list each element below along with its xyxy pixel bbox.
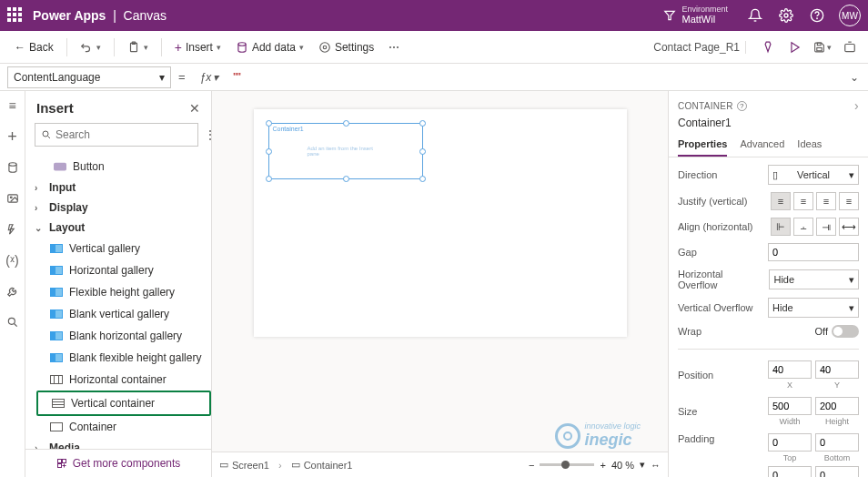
width-input[interactable] (768, 397, 812, 415)
back-button[interactable]: ← Back (9, 37, 59, 57)
preview-icon[interactable] (786, 38, 804, 56)
settings-icon[interactable] (777, 6, 795, 25)
h-overflow-select[interactable]: Hide▾ (769, 269, 859, 289)
tree-view-icon[interactable]: ≡ (5, 98, 20, 113)
wrap-toggle[interactable] (832, 325, 859, 338)
svg-rect-18 (54, 163, 66, 171)
resize-handle[interactable] (419, 176, 426, 182)
category-layout[interactable]: ⌄Layout (25, 218, 211, 238)
pos-x-input[interactable] (768, 360, 812, 379)
app-checker-icon[interactable] (759, 38, 777, 56)
tab-properties[interactable]: Properties (678, 138, 727, 157)
pad-left-input[interactable] (768, 466, 812, 477)
add-data-menu[interactable]: Add data ▾ (230, 37, 309, 57)
resize-handle[interactable] (266, 120, 272, 127)
resize-handle[interactable] (266, 148, 272, 155)
tab-advanced[interactable]: Advanced (740, 138, 784, 157)
svg-point-13 (8, 163, 15, 167)
help-icon[interactable]: ? (737, 101, 747, 111)
insert-panel: Insert ✕ ⋮ Button ›Input ›Display ⌄Layou… (25, 91, 212, 477)
justify-buttons[interactable]: ≡≡≡≡ (771, 192, 859, 210)
height-input[interactable] (815, 397, 859, 415)
item-vertical-gallery[interactable]: Vertical gallery (36, 238, 211, 259)
publish-icon[interactable] (841, 38, 859, 56)
formula-input[interactable]: "" (226, 71, 841, 84)
screen[interactable]: Container1 Add an item from the Insert p… (254, 109, 627, 337)
equals-label: = (171, 70, 193, 84)
pad-bottom-input[interactable] (815, 433, 859, 452)
svg-rect-12 (845, 44, 855, 51)
breadcrumb-container[interactable]: ▭ Container1 (291, 459, 353, 471)
user-avatar[interactable]: MW (839, 5, 861, 26)
selected-container[interactable]: Container1 Add an item from the Insert p… (268, 123, 423, 179)
insert-icon[interactable]: + (5, 129, 20, 144)
insert-button-item[interactable]: Button (25, 156, 211, 178)
resize-handle[interactable] (266, 176, 272, 182)
save-icon[interactable]: ▾ (813, 38, 832, 56)
zoom-value: 40 % (611, 460, 634, 471)
zoom-slider[interactable] (540, 463, 594, 466)
chevron-right-icon[interactable]: › (854, 98, 859, 113)
undo-button[interactable]: ▾ (75, 37, 106, 57)
paste-button[interactable]: ▾ (122, 37, 154, 57)
close-icon[interactable]: ✕ (189, 101, 200, 116)
advanced-tools-icon[interactable] (5, 284, 20, 299)
item-blank-flexible-height-gallery[interactable]: Blank flexible height gallery (36, 347, 211, 369)
item-vertical-container[interactable]: Vertical container (36, 391, 211, 416)
fit-width-icon[interactable]: ↔ (651, 460, 661, 471)
item-flexible-height-gallery[interactable]: Flexible height gallery (36, 281, 211, 303)
get-more-components[interactable]: Get more components (25, 449, 211, 477)
svg-point-3 (817, 18, 818, 19)
pos-y-input[interactable] (815, 360, 859, 379)
zoom-in-icon[interactable]: + (600, 460, 605, 471)
insert-menu[interactable]: + Insert ▾ (169, 36, 227, 58)
media-icon[interactable] (5, 191, 20, 206)
align-buttons[interactable]: ⊩⫠⫣⟷ (771, 218, 859, 236)
h-overflow-label: Horizontal Overflow (678, 269, 763, 290)
gap-input[interactable] (768, 243, 859, 261)
data-icon[interactable] (5, 160, 20, 175)
resize-handle[interactable] (419, 120, 426, 127)
item-blank-horizontal-gallery[interactable]: Blank horizontal gallery (36, 325, 211, 347)
resize-handle[interactable] (343, 120, 349, 127)
search-rail-icon[interactable] (5, 315, 20, 330)
waffle-icon[interactable] (7, 7, 24, 24)
pad-top-input[interactable] (768, 433, 812, 452)
category-input[interactable]: ›Input (25, 178, 211, 198)
v-overflow-select[interactable]: Hide▾ (768, 298, 859, 318)
zoom-out-icon[interactable]: − (529, 460, 534, 471)
property-selector[interactable]: ContentLanguage▾ (7, 66, 171, 88)
direction-select[interactable]: ▯ Vertical▾ (768, 165, 859, 185)
justify-label: Justify (vertical) (678, 196, 747, 207)
settings-menu[interactable]: Settings (313, 37, 379, 57)
tab-ideas[interactable]: Ideas (797, 138, 822, 157)
direction-label: Direction (678, 169, 717, 180)
left-rail: ≡ + (ᵡ) (0, 91, 25, 477)
item-blank-vertical-gallery[interactable]: Blank vertical gallery (36, 303, 211, 325)
flows-icon[interactable] (5, 222, 20, 237)
more-menu[interactable]: ⋯ (383, 37, 405, 57)
item-horizontal-gallery[interactable]: Horizontal gallery (36, 259, 211, 281)
pad-right-input[interactable] (815, 466, 859, 477)
item-horizontal-container[interactable]: Horizontal container (36, 369, 211, 391)
properties-panel: CONTAINER ?› Container1 Properties Advan… (668, 91, 868, 477)
item-container[interactable]: Container (36, 416, 211, 438)
resize-handle[interactable] (343, 176, 349, 182)
notifications-icon[interactable] (746, 6, 764, 25)
category-display[interactable]: ›Display (25, 198, 211, 218)
variables-icon[interactable]: (ᵡ) (5, 253, 20, 268)
resize-handle[interactable] (419, 148, 426, 155)
svg-rect-21 (57, 464, 61, 468)
category-media[interactable]: ›Media (25, 438, 211, 449)
chevron-down-icon[interactable]: ⌄ (841, 71, 868, 84)
help-icon[interactable] (808, 6, 826, 25)
breadcrumb-screen[interactable]: ▭ Screen1 (219, 459, 269, 471)
fx-label[interactable]: ƒx▾ (193, 71, 227, 84)
svg-marker-0 (665, 11, 675, 19)
svg-point-6 (238, 42, 246, 46)
search-input[interactable] (35, 123, 198, 147)
svg-point-15 (10, 197, 12, 198)
environment-picker[interactable]: EnvironmentMattWil (663, 5, 728, 25)
svg-rect-10 (817, 47, 822, 50)
svg-rect-20 (62, 460, 66, 463)
